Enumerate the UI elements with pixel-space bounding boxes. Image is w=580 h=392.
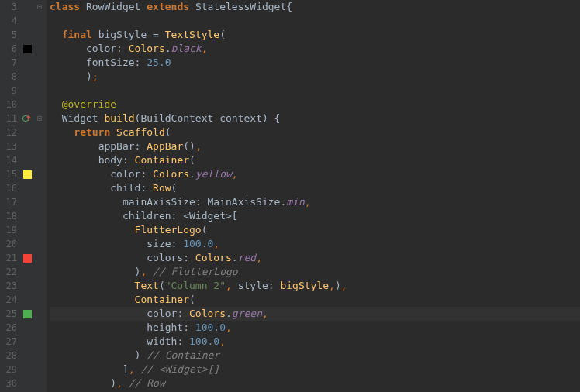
fold-indicator bbox=[33, 293, 47, 307]
fold-indicator bbox=[33, 139, 47, 153]
line-number[interactable]: 26 bbox=[0, 321, 22, 335]
code-line bbox=[50, 84, 580, 98]
line-number[interactable]: 20 bbox=[0, 237, 22, 251]
line-number[interactable]: 22 bbox=[0, 265, 22, 279]
gutter-row: 19 bbox=[0, 223, 47, 237]
gutter-marker bbox=[22, 349, 33, 363]
line-number[interactable]: 4 bbox=[0, 14, 22, 28]
fold-indicator bbox=[33, 181, 47, 195]
gutter-marker bbox=[22, 28, 33, 42]
fold-indicator bbox=[33, 237, 47, 251]
line-number[interactable]: 17 bbox=[0, 195, 22, 209]
gutter-marker bbox=[22, 321, 33, 335]
code-line: class RowWidget extends StatelessWidget{ bbox=[50, 0, 580, 14]
code-line: ); bbox=[50, 70, 580, 84]
fold-indicator bbox=[33, 56, 47, 70]
gutter-marker bbox=[22, 56, 33, 70]
fold-indicator bbox=[33, 307, 47, 321]
fold-indicator bbox=[33, 209, 47, 223]
code-line: ), // Row bbox=[50, 377, 580, 390]
line-number[interactable]: 16 bbox=[0, 181, 22, 195]
gutter-row: 10 bbox=[0, 98, 47, 112]
code-line bbox=[50, 14, 580, 28]
gutter-marker bbox=[22, 112, 33, 126]
override-icon[interactable] bbox=[22, 114, 32, 123]
line-number[interactable]: 5 bbox=[0, 28, 22, 42]
gutter-marker bbox=[22, 181, 33, 195]
gutter-marker bbox=[22, 195, 33, 209]
line-number[interactable]: 7 bbox=[0, 56, 22, 70]
gutter-row: 12 bbox=[0, 126, 47, 139]
gutter-row: 24 bbox=[0, 293, 47, 307]
line-number[interactable]: 29 bbox=[0, 363, 22, 377]
code-line: body: Container( bbox=[50, 153, 580, 167]
gutter-row: 26 bbox=[0, 321, 47, 335]
fold-indicator bbox=[33, 251, 47, 265]
line-number[interactable]: 19 bbox=[0, 223, 22, 237]
gutter-row: 5 bbox=[0, 28, 47, 42]
fold-indicator bbox=[33, 153, 47, 167]
line-number[interactable]: 11 bbox=[0, 112, 22, 126]
code-line: Container( bbox=[50, 293, 580, 307]
fold-indicator[interactable]: ⊟ bbox=[33, 0, 47, 14]
line-number[interactable]: 21 bbox=[0, 251, 22, 265]
gutter-marker bbox=[22, 84, 33, 98]
code-line: fontSize: 25.0 bbox=[50, 56, 580, 70]
line-number[interactable]: 24 bbox=[0, 293, 22, 307]
line-number[interactable]: 30 bbox=[0, 377, 22, 390]
fold-indicator bbox=[33, 321, 47, 335]
line-number[interactable]: 10 bbox=[0, 98, 22, 112]
fold-indicator bbox=[33, 167, 47, 181]
gutter-row: 18 bbox=[0, 209, 47, 223]
line-number[interactable]: 8 bbox=[0, 70, 22, 84]
color-swatch-icon[interactable] bbox=[23, 170, 32, 179]
line-number[interactable]: 3 bbox=[0, 0, 22, 14]
gutter-row: 7 bbox=[0, 56, 47, 70]
code-line: size: 100.0, bbox=[50, 237, 580, 251]
gutter-row: 8 bbox=[0, 70, 47, 84]
line-number[interactable]: 15 bbox=[0, 167, 22, 181]
gutter-row: 22 bbox=[0, 265, 47, 279]
code-line: color: Colors.green, bbox=[50, 307, 580, 321]
gutter-row: 6 bbox=[0, 42, 47, 56]
code-line: @override bbox=[50, 98, 580, 112]
gutter-row: 29 bbox=[0, 363, 47, 377]
gutter-row: 15 bbox=[0, 167, 47, 181]
line-number[interactable]: 23 bbox=[0, 279, 22, 293]
line-number[interactable]: 28 bbox=[0, 349, 22, 363]
fold-indicator bbox=[33, 223, 47, 237]
gutter-marker bbox=[22, 209, 33, 223]
color-swatch-icon[interactable] bbox=[23, 45, 32, 53]
line-number[interactable]: 27 bbox=[0, 335, 22, 349]
gutter-marker bbox=[22, 167, 33, 181]
color-swatch-icon[interactable] bbox=[23, 254, 32, 263]
fold-indicator bbox=[33, 14, 47, 28]
code-line: return Scaffold( bbox=[50, 126, 580, 139]
gutter-row: 4 bbox=[0, 14, 47, 28]
code-area[interactable]: class RowWidget extends StatelessWidget{… bbox=[47, 0, 580, 392]
line-number[interactable]: 25 bbox=[0, 307, 22, 321]
line-number[interactable]: 6 bbox=[0, 42, 22, 56]
line-number[interactable]: 18 bbox=[0, 209, 22, 223]
line-number[interactable]: 9 bbox=[0, 84, 22, 98]
line-number[interactable]: 14 bbox=[0, 153, 22, 167]
gutter-marker bbox=[22, 265, 33, 279]
gutter-row: 21 bbox=[0, 251, 47, 265]
svg-point-0 bbox=[23, 116, 29, 122]
code-line: children: <Widget>[ bbox=[50, 209, 580, 223]
line-number[interactable]: 12 bbox=[0, 126, 22, 139]
gutter-row: 3⊟ bbox=[0, 0, 47, 14]
gutter: 3⊟4567891011⊟121314151617181920212223242… bbox=[0, 0, 47, 392]
code-line: ) // Container bbox=[50, 349, 580, 363]
gutter-marker bbox=[22, 153, 33, 167]
code-line: height: 100.0, bbox=[50, 321, 580, 335]
gutter-row: 23 bbox=[0, 279, 47, 293]
line-number[interactable]: 13 bbox=[0, 139, 22, 153]
gutter-marker bbox=[22, 363, 33, 377]
color-swatch-icon[interactable] bbox=[23, 310, 32, 318]
gutter-marker bbox=[22, 98, 33, 112]
gutter-row: 25 bbox=[0, 307, 47, 321]
code-line: final bigStyle = TextStyle( bbox=[50, 28, 580, 42]
fold-indicator[interactable]: ⊟ bbox=[33, 112, 47, 126]
code-line: colors: Colors.red, bbox=[50, 251, 580, 265]
